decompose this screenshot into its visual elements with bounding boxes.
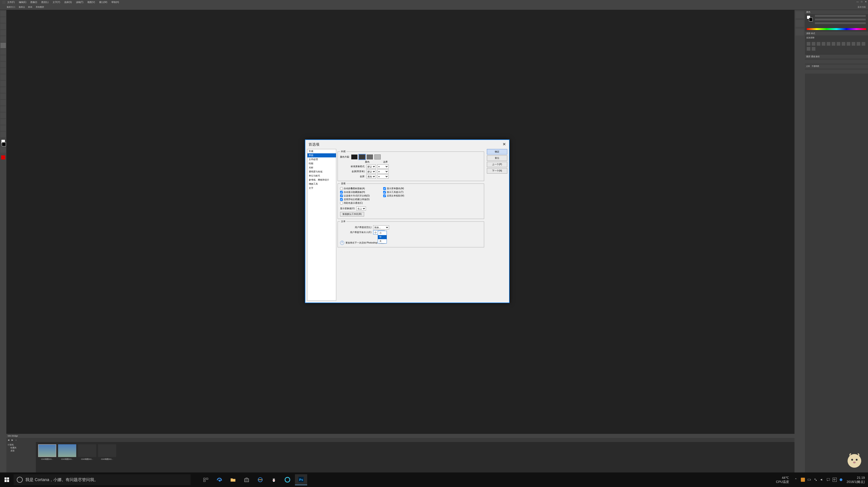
menu-layer[interactable]: 图层(L) [41,1,49,4]
stamp-tool-icon[interactable] [0,62,6,67]
tray-security-icon[interactable] [839,478,843,482]
chk-tooltips[interactable] [383,191,386,194]
layer-filter-row[interactable] [805,59,868,64]
thumbnail-item[interactable]: 2345截图201... [38,444,56,470]
pref-cat-cursors[interactable]: 光标 [307,166,336,170]
pref-cat-type[interactable]: 文字 [307,186,336,190]
minimize-icon[interactable]: — [856,0,859,3]
channel-mixer-icon[interactable] [847,42,850,46]
history-dock-icon[interactable] [796,11,804,18]
dodge-tool-icon[interactable] [0,93,6,99]
curves-icon[interactable] [817,42,820,46]
sidebar-favorites[interactable]: 收藏夹 [8,446,34,449]
thumbnail-item[interactable]: 2345截图201... [58,444,76,470]
tray-battery-icon[interactable] [807,478,811,482]
scheme-swatch-1[interactable] [351,154,358,160]
desktop-mascot[interactable] [843,449,866,471]
tray-bridge-icon[interactable] [801,478,805,482]
full-border-select[interactable]: ▾ [377,174,389,178]
reset-workspace-button[interactable]: 恢复默认工作区(R) [340,212,364,217]
tray-notifications-icon[interactable] [826,478,830,482]
std-screen-border-select[interactable]: ▾ [377,165,389,169]
color-panel-tab[interactable]: 颜色 [805,10,868,14]
pen-tool-icon[interactable] [0,100,6,106]
posterize-icon[interactable] [857,42,860,46]
std-screen-color-select[interactable]: 默认 [366,165,376,169]
hand-tool-icon[interactable] [0,125,6,131]
temp-widget[interactable]: 44℃ CPU温度 [776,476,789,484]
quickmask-icon[interactable] [0,147,6,153]
chk-float-dock[interactable] [340,198,343,201]
pref-cat-guides[interactable]: 参考线、网格和切片 [307,178,336,182]
layers-panel-tab[interactable]: 图层 通道 路径 [805,55,868,59]
maximize-icon[interactable]: □ [860,0,863,3]
levels-icon[interactable] [812,42,815,46]
chk-open-tabs[interactable] [340,195,343,197]
scheme-swatch-4[interactable] [374,154,381,160]
exposure-icon[interactable] [822,42,825,46]
gradient-map-icon[interactable] [807,47,810,51]
bridge-nav-icon[interactable]: ⌂ [16,439,17,441]
ui-lang-select[interactable]: 简体... [373,225,389,229]
chk-auto-collapse[interactable] [340,187,343,190]
crop-tool-icon[interactable] [0,36,6,42]
chk-auto-show-hidden[interactable] [340,191,343,194]
explorer-app-icon[interactable] [227,474,239,485]
adjustments-panel-tab[interactable]: 调整 样式 [805,31,868,35]
tray-ime-badge[interactable]: 中 [833,478,837,482]
vibrance-icon[interactable] [827,42,830,46]
pref-cat-plugins[interactable]: 增效工具 [307,182,336,186]
thumbnail-item[interactable]: 2345截图201... [78,444,96,470]
photo-filter-icon[interactable] [842,42,845,46]
prev-button[interactable]: 上一个(P) [487,162,507,167]
shape-tool-icon[interactable] [0,119,6,124]
brightness-icon[interactable] [807,42,810,46]
next-button[interactable]: 下一个(N) [487,168,507,174]
menu-filter[interactable]: 滤镜(T) [76,1,84,4]
eyedropper-tool-icon[interactable] [0,43,6,48]
invert-icon[interactable] [852,42,855,46]
tray-network-icon[interactable] [813,478,818,482]
layer-blend-row[interactable]: 正常 不透明度: [805,64,868,68]
blend-mode-value[interactable]: 正常 [806,65,810,68]
opt-sample-value[interactable]: 取样点 [19,6,25,9]
dialog-close-icon[interactable]: ✕ [501,142,507,147]
menu-type[interactable]: 文字(Y) [53,1,60,4]
size-option-small[interactable]: 小 [378,231,386,235]
cancel-button[interactable]: 复位 [487,155,507,161]
opt-sample2-value[interactable]: 所有图层 [36,6,44,9]
color-sliders[interactable] [815,15,866,26]
heal-tool-icon[interactable] [0,49,6,55]
chk-text-shadow[interactable] [383,195,386,197]
ok-button[interactable]: 确定 [487,149,507,154]
chk-menu-colors[interactable] [383,187,386,190]
pref-cat-performance[interactable]: 性能 [307,162,336,166]
browser-app-icon[interactable] [281,474,293,485]
clock[interactable]: 21:19 2016/1(略去) [847,476,865,484]
threshold-icon[interactable] [862,42,865,46]
chk-channels-color[interactable] [340,202,343,204]
lasso-tool-icon[interactable] [0,24,6,29]
eraser-tool-icon[interactable] [0,75,6,80]
menu-file[interactable]: 文件(F) [7,1,15,4]
brush-tool-icon[interactable] [0,55,6,61]
zoom-tool-icon[interactable] [0,132,6,137]
store-app-icon[interactable] [241,474,253,485]
edge-app-icon[interactable] [213,474,225,485]
tray-volume-icon[interactable] [820,478,824,482]
cortana-search[interactable]: 我是 Cortana，小娜。有问题尽管问我。 [13,474,191,485]
bw-icon[interactable] [837,42,840,46]
tray-chevron-icon[interactable]: ⌃ [795,478,799,482]
pref-cat-transparency[interactable]: 透明度与色域 [307,170,336,174]
menu-window[interactable]: 窗口(W) [99,1,107,4]
fullmenu-border-select[interactable]: ▾ [377,169,389,174]
scheme-swatch-3[interactable] [367,154,373,160]
close-icon[interactable]: ✕ [864,0,867,3]
photoshop-app-icon[interactable]: Ps [295,474,307,485]
menu-view[interactable]: 视图(V) [87,1,95,4]
pref-cat-general[interactable]: 常规 [307,149,336,153]
ie-app-icon[interactable] [254,474,266,485]
thumbnail-item[interactable]: 2345截图201... [98,444,116,470]
hue-icon[interactable] [832,42,835,46]
selective-color-icon[interactable] [812,47,815,51]
